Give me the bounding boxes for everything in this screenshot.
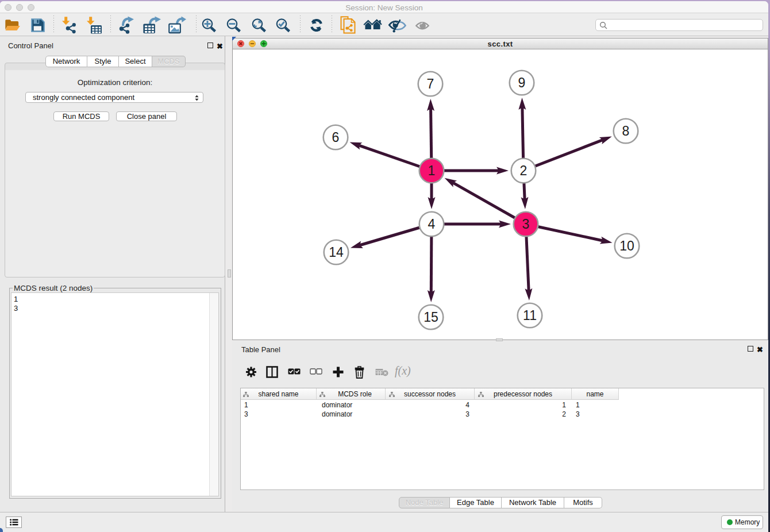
svg-text:9: 9 <box>518 75 526 90</box>
svg-text:10: 10 <box>619 238 634 253</box>
svg-text:14: 14 <box>329 245 344 260</box>
svg-text:2: 2 <box>520 163 528 178</box>
svg-text:3: 3 <box>522 217 530 232</box>
svg-text:8: 8 <box>622 124 630 138</box>
svg-text:1: 1 <box>428 163 436 178</box>
svg-text:6: 6 <box>332 130 340 145</box>
svg-text:4: 4 <box>428 217 436 232</box>
svg-text:11: 11 <box>523 308 537 323</box>
svg-text:7: 7 <box>427 76 434 91</box>
svg-text:15: 15 <box>424 310 438 325</box>
